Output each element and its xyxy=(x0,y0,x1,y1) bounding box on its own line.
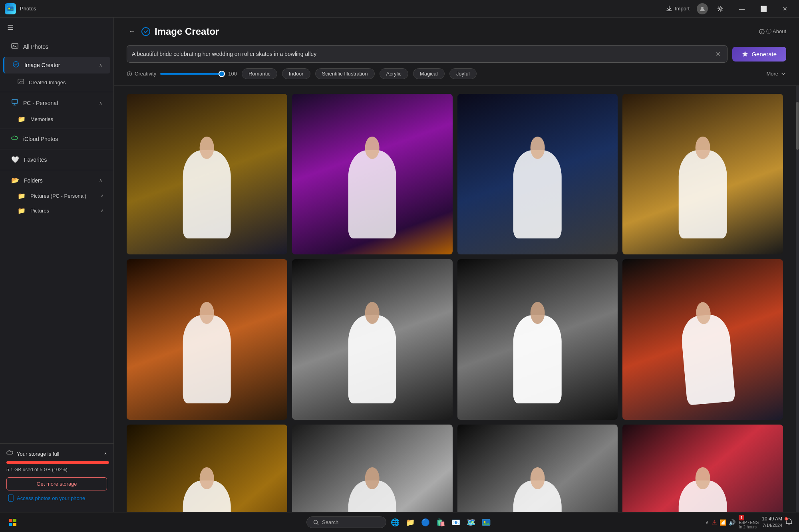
image-card-3[interactable] xyxy=(457,94,618,254)
sidebar-item-favorites[interactable]: 🤍 Favorites xyxy=(3,152,110,167)
sidebar-favorites-section: 🤍 Favorites xyxy=(0,149,113,168)
hamburger-menu[interactable]: ☰ xyxy=(0,18,113,38)
restore-button[interactable]: ⬜ xyxy=(754,0,773,18)
sidebar-folders-section: 📂 Folders ∧ 📁 Pictures (PC - Personal) ∧… xyxy=(0,170,113,218)
filter-chip-joyful[interactable]: Joyful xyxy=(449,68,477,79)
clear-prompt-button[interactable]: ✕ xyxy=(714,49,722,60)
image-creator-header-icon xyxy=(141,27,151,36)
settings-button[interactable] xyxy=(711,0,729,18)
sidebar-item-memories[interactable]: 📁 Memories xyxy=(11,112,110,126)
creativity-slider[interactable] xyxy=(160,73,224,75)
memories-label: Memories xyxy=(30,116,53,122)
taskbar-app-photos[interactable] xyxy=(480,516,493,529)
image-card-9[interactable] xyxy=(127,425,287,512)
image-card-5[interactable] xyxy=(127,259,287,420)
header-top-row: ← Image Creator i ⓘ About xyxy=(127,26,786,37)
taskbar-app-mail[interactable]: 📧 xyxy=(449,516,462,529)
clock[interactable]: 10:49 AM 7/14/2024 xyxy=(762,516,782,528)
access-phone-link[interactable]: Access photos on your phone xyxy=(6,490,107,506)
svg-marker-14 xyxy=(742,51,748,57)
titlebar: Photos Import — ⬜ ✕ xyxy=(0,0,799,18)
sidebar-item-image-creator[interactable]: Image Creator ∧ xyxy=(3,57,110,73)
storage-collapse-chevron[interactable]: ∧ xyxy=(104,451,107,457)
import-button[interactable]: Import xyxy=(662,4,694,14)
network-icon[interactable]: 📶 xyxy=(719,519,726,526)
pictures-chevron: ∧ xyxy=(101,208,104,213)
storage-used-text: 5.1 GB used of 5 GB (102%) xyxy=(6,467,107,472)
about-link[interactable]: i ⓘ About xyxy=(759,28,786,35)
notification-icon[interactable]: ! xyxy=(785,518,793,526)
image-card-11[interactable] xyxy=(457,425,618,512)
battery-warning-icon: ⚠ xyxy=(712,519,717,526)
image-card-1[interactable] xyxy=(127,94,287,254)
tray-icons: ⚠ 📶 🔊 xyxy=(712,519,735,526)
volume-icon[interactable]: 🔊 xyxy=(729,519,735,526)
taskbar-app-maps[interactable]: 🗺️ xyxy=(465,516,477,529)
sidebar-pc-section: PC - Personal ∧ 📁 Memories xyxy=(0,92,113,127)
image-card-7[interactable] xyxy=(457,259,618,420)
image-card-10[interactable] xyxy=(292,425,453,512)
user-avatar[interactable] xyxy=(697,3,708,14)
language-indicator[interactable]: 1 ESP · ENG In 2 hours xyxy=(739,515,759,529)
svg-rect-17 xyxy=(13,519,16,522)
minimize-button[interactable]: — xyxy=(733,0,751,18)
system-tray: ∧ ⚠ 📶 🔊 1 ESP · ENG In 2 hours 10:49 AM … xyxy=(706,515,793,529)
image-card-8[interactable] xyxy=(622,259,783,420)
svg-rect-16 xyxy=(9,519,12,522)
sidebar-item-all-photos[interactable]: All Photos xyxy=(3,38,110,55)
icloud-label: iCloud Photos xyxy=(23,136,58,142)
image-card-4[interactable] xyxy=(622,94,783,254)
svg-rect-8 xyxy=(12,99,18,103)
filter-chip-acrylic[interactable]: Acrylic xyxy=(380,68,408,79)
taskbar-search-bar[interactable]: Search xyxy=(306,516,386,528)
image-card-6[interactable] xyxy=(292,259,453,420)
pictures-icon: 📁 xyxy=(18,207,26,214)
get-storage-button[interactable]: Get more storage xyxy=(6,477,107,490)
created-images-label: Created Images xyxy=(29,79,66,85)
creativity-slider-thumb[interactable] xyxy=(219,71,225,77)
about-label: ⓘ About xyxy=(766,28,786,35)
svg-point-11 xyxy=(142,28,150,36)
start-button[interactable] xyxy=(6,516,19,529)
generate-label: Generate xyxy=(751,51,777,58)
taskbar-center: Search 🌐 📁 🔵 🛍️ 📧 🗺️ xyxy=(306,516,493,529)
language-hours: In 2 hours xyxy=(739,525,756,529)
app-icon xyxy=(5,3,16,14)
image-card-2[interactable] xyxy=(292,94,453,254)
creativity-label: Creativity xyxy=(127,71,156,77)
filter-chip-magical[interactable]: Magical xyxy=(413,68,445,79)
more-filters-button[interactable]: More xyxy=(766,71,786,77)
back-button[interactable]: ← xyxy=(127,26,137,37)
images-scroll[interactable]: ↓ Scroll down for more xyxy=(114,86,796,512)
close-button[interactable]: ✕ xyxy=(776,0,794,18)
taskbar-app-store[interactable]: 🛍️ xyxy=(434,516,447,529)
all-photos-label: All Photos xyxy=(23,44,48,50)
sidebar-item-folders[interactable]: 📂 Folders ∧ xyxy=(3,173,110,188)
scrollbar-thumb[interactable] xyxy=(796,102,799,150)
tray-expand[interactable]: ∧ xyxy=(706,520,709,525)
sidebar-item-icloud[interactable]: iCloud Photos xyxy=(3,131,110,147)
favorites-icon: 🤍 xyxy=(11,156,19,163)
svg-rect-0 xyxy=(7,6,14,11)
sidebar-item-created-images[interactable]: Created Images xyxy=(11,75,110,89)
time-display: 10:49 AM xyxy=(762,516,782,522)
taskbar-app-edge[interactable]: 🔵 xyxy=(419,516,432,529)
taskbar-left xyxy=(6,516,19,529)
taskbar-app-browser[interactable]: 🌐 xyxy=(389,516,401,529)
app-title-text: Photos xyxy=(20,6,36,12)
image-card-12[interactable] xyxy=(622,425,783,512)
prompt-input[interactable] xyxy=(132,51,714,57)
content-header: ← Image Creator i ⓘ About ✕ Generate xyxy=(114,18,799,86)
sidebar-item-pc-personal[interactable]: PC - Personal ∧ xyxy=(3,95,110,111)
pc-chevron: ∧ xyxy=(99,101,102,106)
taskbar-app-explorer[interactable]: 📁 xyxy=(404,516,417,529)
sidebar-item-pictures-pc[interactable]: 📁 Pictures (PC - Personal) ∧ xyxy=(11,189,110,203)
sidebar-item-pictures[interactable]: 📁 Pictures ∧ xyxy=(11,204,110,218)
folders-chevron: ∧ xyxy=(99,178,102,183)
filter-chip-indoor[interactable]: Indoor xyxy=(282,68,310,79)
filter-chip-scientific[interactable]: Scientific Illustration xyxy=(315,68,375,79)
generate-button[interactable]: Generate xyxy=(732,47,786,62)
sidebar: ☰ All Photos Image Creator ∧ Created Ima… xyxy=(0,18,114,512)
date-display: 7/14/2024 xyxy=(762,522,782,528)
filter-chip-romantic[interactable]: Romantic xyxy=(242,68,277,79)
